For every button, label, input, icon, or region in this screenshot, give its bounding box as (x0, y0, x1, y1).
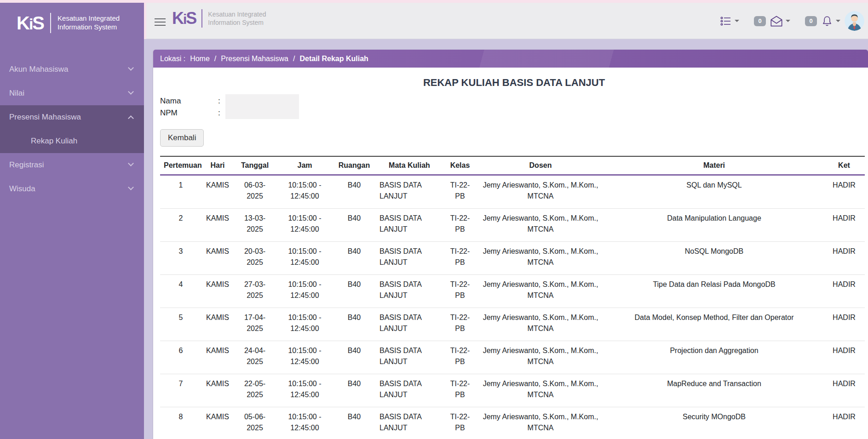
page-title: REKAP KULIAH BASIS DATA LANJUT (160, 77, 868, 89)
cell-dosen: Jemy Arieswanto, S.Kom., M.Kom., MTCNA (476, 341, 605, 374)
nama-colon: : (218, 97, 220, 106)
cell-ruangan: B40 (333, 407, 375, 439)
cell-dosen: Jemy Arieswanto, S.Kom., M.Kom., MTCNA (476, 308, 605, 341)
notifications-dropdown[interactable] (821, 15, 840, 27)
sidebar-item-presensi-mahasiswa[interactable]: Presensi Mahasiswa (0, 105, 144, 129)
logo-divider (201, 9, 202, 28)
table-row: 6 KAMIS 24-04-2025 10:15:00 - 12:45:00 B… (160, 341, 865, 374)
cell-ket: HADIR (823, 308, 865, 341)
cell-dosen: Jemy Arieswanto, S.Kom., M.Kom., MTCNA (476, 242, 605, 275)
cell-jam: 10:15:00 - 12:45:00 (276, 242, 333, 275)
sidebar-item-nilai[interactable]: Nilai (0, 81, 144, 105)
chevron-up-icon (128, 115, 134, 121)
breadcrumb-separator: / (214, 55, 216, 63)
col-header-hari: Hari (201, 156, 234, 175)
sidebar-item-wisuda[interactable]: Wisuda (0, 177, 144, 201)
col-header-tanggal: Tanggal (234, 156, 276, 175)
cell-pertemuan: 5 (160, 308, 201, 341)
cell-jam: 10:15:00 - 12:45:00 (276, 374, 333, 407)
cell-hari: KAMIS (201, 308, 234, 341)
cell-ket: HADIR (823, 209, 865, 242)
cell-pertemuan: 2 (160, 209, 201, 242)
cell-mata-kuliah: BASIS DATA LANJUT (375, 175, 444, 209)
npm-colon: : (218, 108, 220, 118)
sidebar-item-label: Wisuda (9, 184, 35, 194)
cell-ruangan: B40 (333, 209, 375, 242)
cell-hari: KAMIS (201, 175, 234, 209)
top-header: KiS Kesatuan Integrated Information Syst… (146, 3, 868, 39)
sidebar-item-registrasi[interactable]: Registrasi (0, 153, 144, 177)
breadcrumb-presensi-mahasiswa[interactable]: Presensi Mahasiswa (221, 55, 288, 63)
breadcrumb-home[interactable]: Home (190, 55, 210, 63)
nama-label: Nama (160, 97, 218, 106)
table-row: 2 KAMIS 13-03-2025 10:15:00 - 12:45:00 B… (160, 209, 865, 242)
cell-hari: KAMIS (201, 374, 234, 407)
sidebar-item-label: Registrasi (9, 160, 44, 170)
notifications-count-badge: 0 (805, 16, 817, 26)
cell-mata-kuliah: BASIS DATA LANJUT (375, 341, 444, 374)
rekap-table: Pertemuan Hari Tanggal Jam Ruangan Mata … (160, 156, 865, 439)
hamburger-menu-icon[interactable] (155, 16, 166, 28)
cell-tanggal: 05-06-2025 (234, 407, 276, 439)
cell-materi: NoSQL MongoDB (605, 242, 823, 275)
cell-dosen: Jemy Arieswanto, S.Kom., M.Kom., MTCNA (476, 374, 605, 407)
cell-hari: KAMIS (201, 242, 234, 275)
cell-mata-kuliah: BASIS DATA LANJUT (375, 407, 444, 439)
sidebar-item-label: Nilai (9, 89, 24, 98)
col-header-ruangan: Ruangan (333, 156, 375, 175)
cell-jam: 10:15:00 - 12:45:00 (276, 209, 333, 242)
table-row: 4 KAMIS 27-03-2025 10:15:00 - 12:45:00 B… (160, 275, 865, 308)
user-avatar[interactable] (845, 11, 864, 31)
cell-tanggal: 20-03-2025 (234, 242, 276, 275)
sidebar: KiS Kesatuan Integrated Information Syst… (0, 3, 144, 439)
mail-open-icon (770, 15, 783, 27)
cell-jam: 10:15:00 - 12:45:00 (276, 275, 333, 308)
breadcrumb: Lokasi : Home / Presensi Mahasiswa / Det… (153, 50, 868, 68)
cell-ruangan: B40 (333, 175, 375, 209)
messages-count-badge: 0 (754, 16, 766, 26)
task-list-dropdown[interactable] (720, 16, 739, 27)
table-header-row: Pertemuan Hari Tanggal Jam Ruangan Mata … (160, 156, 865, 175)
cell-hari: KAMIS (201, 341, 234, 374)
cell-ruangan: B40 (333, 275, 375, 308)
app-subtitle-line1: Kesatuan Integrated (57, 14, 120, 22)
cell-pertemuan: 8 (160, 407, 201, 439)
kembali-button[interactable]: Kembali (160, 129, 204, 147)
cell-dosen: Jemy Arieswanto, S.Kom., M.Kom., MTCNA (476, 275, 605, 308)
cell-jam: 10:15:00 - 12:45:00 (276, 175, 333, 209)
logo-divider (50, 13, 51, 33)
cell-ket: HADIR (823, 175, 865, 209)
cell-tanggal: 24-04-2025 (234, 341, 276, 374)
npm-label: NPM (160, 108, 218, 118)
cell-kelas: TI-22-PB (444, 407, 476, 439)
sidebar-item-label: Rekap Kuliah (31, 137, 77, 146)
cell-pertemuan: 6 (160, 341, 201, 374)
cell-kelas: TI-22-PB (444, 374, 476, 407)
breadcrumb-current-page: Detail Rekap Kuliah (299, 55, 368, 63)
chevron-down-icon (128, 89, 134, 95)
sidebar-item-label: Akun Mahasiswa (9, 65, 69, 74)
cell-tanggal: 13-03-2025 (234, 209, 276, 242)
cell-tanggal: 22-05-2025 (234, 374, 276, 407)
table-row: 3 KAMIS 20-03-2025 10:15:00 - 12:45:00 B… (160, 242, 865, 275)
cell-pertemuan: 1 (160, 175, 201, 209)
cell-materi: Projection dan Aggregation (605, 341, 823, 374)
sidebar-item-rekap-kuliah[interactable]: Rekap Kuliah (0, 129, 144, 153)
breadcrumb-prefix: Lokasi : (160, 55, 185, 63)
sidebar-logo: KiS Kesatuan Integrated Information Syst… (0, 3, 144, 44)
cell-dosen: Jemy Arieswanto, S.Kom., M.Kom., MTCNA (476, 175, 605, 209)
col-header-ket: Ket (823, 156, 865, 175)
cell-hari: KAMIS (201, 209, 234, 242)
col-header-dosen: Dosen (476, 156, 605, 175)
sidebar-item-label: Presensi Mahasiswa (9, 113, 81, 122)
table-row: 1 KAMIS 06-03-2025 10:15:00 - 12:45:00 B… (160, 175, 865, 209)
sidebar-item-akun-mahasiswa[interactable]: Akun Mahasiswa (0, 57, 144, 81)
messages-dropdown[interactable] (770, 15, 790, 27)
header-app-subtitle: Kesatuan Integrated Information System (208, 10, 266, 27)
caret-down-icon (786, 20, 790, 22)
cell-tanggal: 17-04-2025 (234, 308, 276, 341)
student-value-box (225, 94, 299, 119)
table-row: 7 KAMIS 22-05-2025 10:15:00 - 12:45:00 B… (160, 374, 865, 407)
cell-hari: KAMIS (201, 407, 234, 439)
col-header-materi: Materi (605, 156, 823, 175)
